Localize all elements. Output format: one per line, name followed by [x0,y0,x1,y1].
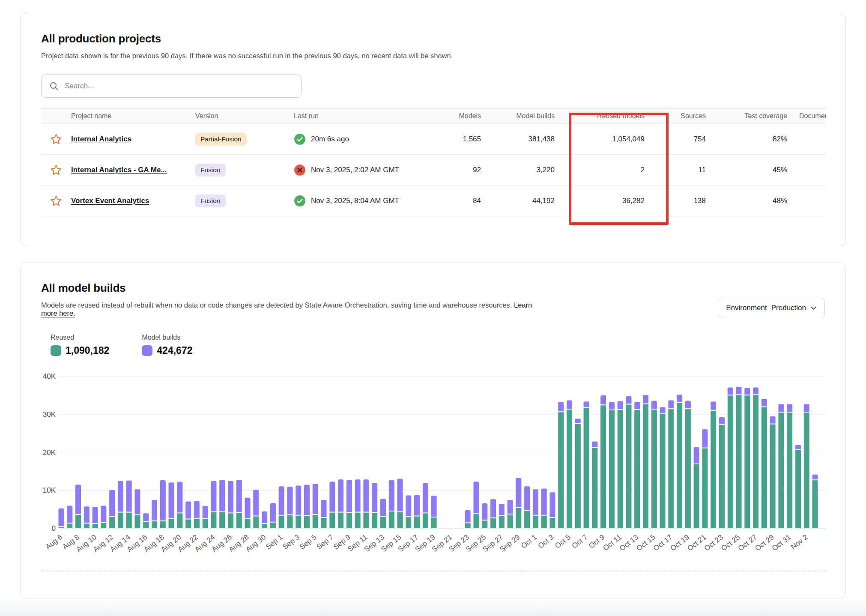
model-builds-bar-segment[interactable] [643,395,648,404]
reused-bar-segment[interactable] [660,414,666,528]
model-builds-bar-segment[interactable] [651,401,657,409]
model-builds-bar-segment[interactable] [711,401,716,410]
reused-bar-segment[interactable] [203,519,208,528]
reused-bar-segment[interactable] [618,410,623,528]
reused-bar-segment[interactable] [516,508,521,528]
reused-bar-segment[interactable] [279,516,284,528]
model-builds-bar-segment[interactable] [219,480,225,511]
reused-bar-segment[interactable] [685,409,691,528]
reused-bar-segment[interactable] [431,517,437,528]
model-builds-bar-segment[interactable] [770,416,776,424]
model-builds-bar-segment[interactable] [736,387,742,395]
reused-bar-segment[interactable] [702,449,708,528]
reused-bar-segment[interactable] [524,511,530,528]
model-builds-bar-segment[interactable] [473,482,479,514]
reused-bar-segment[interactable] [346,513,352,529]
model-builds-bar-segment[interactable] [685,401,691,408]
model-builds-bar-segment[interactable] [804,404,809,412]
model-builds-bar-segment[interactable] [211,481,216,511]
reused-bar-segment[interactable] [397,512,403,528]
model-builds-bar-segment[interactable] [355,479,361,511]
model-builds-bar-segment[interactable] [109,490,115,516]
reused-bar-segment[interactable] [423,513,428,528]
model-builds-bar-segment[interactable] [169,482,174,518]
model-builds-bar-segment[interactable] [313,484,318,514]
reused-bar-segment[interactable] [185,520,191,528]
model-builds-bar-segment[interactable] [253,490,259,515]
model-builds-bar-segment[interactable] [236,480,242,512]
reused-bar-segment[interactable] [609,410,615,528]
model-builds-bar-segment[interactable] [346,480,352,512]
reused-bar-segment[interactable] [169,519,174,528]
model-builds-bar-segment[interactable] [67,505,72,523]
model-builds-bar-segment[interactable] [728,387,733,395]
reused-bar-segment[interactable] [236,513,242,529]
reused-bar-segment[interactable] [761,407,767,528]
model-builds-bar-segment[interactable] [75,485,81,514]
model-builds-bar-segment[interactable] [549,492,555,517]
model-builds-bar-segment[interactable] [126,481,132,512]
reused-bar-segment[interactable] [270,523,276,528]
reused-bar-segment[interactable] [59,527,64,528]
reused-bar-segment[interactable] [558,412,564,528]
reused-bar-segment[interactable] [253,516,259,528]
model-builds-bar-segment[interactable] [118,481,123,512]
model-builds-bar-segment[interactable] [626,396,631,404]
reused-bar-segment[interactable] [143,522,149,528]
reused-bar-segment[interactable] [592,448,597,528]
reused-bar-segment[interactable] [287,515,293,528]
model-builds-bar-segment[interactable] [778,404,784,412]
model-builds-bar-segment[interactable] [634,402,640,409]
star-icon[interactable] [50,194,63,207]
model-builds-bar-segment[interactable] [406,495,411,516]
star-icon[interactable] [50,164,63,176]
reused-bar-segment[interactable] [75,515,81,528]
reused-bar-segment[interactable] [600,405,606,528]
reused-bar-segment[interactable] [67,523,72,528]
model-builds-bar-segment[interactable] [482,503,487,520]
model-builds-bar-segment[interactable] [185,502,191,519]
reused-bar-segment[interactable] [795,450,801,528]
model-builds-bar-segment[interactable] [203,506,208,518]
model-builds-bar-segment[interactable] [541,488,547,514]
model-builds-bar-segment[interactable] [338,479,343,511]
model-builds-bar-segment[interactable] [59,508,64,526]
reused-bar-segment[interactable] [304,516,310,528]
model-builds-bar-segment[interactable] [152,500,157,520]
reused-bar-segment[interactable] [338,513,343,528]
reused-bar-segment[interactable] [508,514,513,528]
model-builds-bar-segment[interactable] [101,505,106,522]
model-builds-bar-segment[interactable] [558,402,564,411]
model-builds-bar-segment[interactable] [719,417,725,424]
model-builds-bar-segment[interactable] [363,479,369,511]
reused-bar-segment[interactable] [84,523,90,528]
model-builds-bar-segment[interactable] [321,500,327,517]
reused-bar-segment[interactable] [177,513,182,528]
reused-bar-segment[interactable] [380,517,386,528]
environment-dropdown[interactable]: Environment Production [718,298,825,318]
model-builds-bar-segment[interactable] [744,388,750,395]
model-builds-bar-segment[interactable] [753,387,758,394]
model-builds-bar-segment[interactable] [296,485,301,514]
model-builds-bar-segment[interactable] [262,511,267,523]
reused-bar-segment[interactable] [473,514,479,528]
reused-bar-segment[interactable] [575,424,581,528]
reused-bar-segment[interactable] [584,408,589,528]
reused-bar-segment[interactable] [389,511,394,528]
reused-bar-segment[interactable] [719,425,725,528]
reused-bar-segment[interactable] [482,520,487,528]
model-builds-bar-segment[interactable] [372,483,377,512]
reused-bar-segment[interactable] [414,516,420,528]
reused-bar-segment[interactable] [541,516,547,528]
reused-bar-segment[interactable] [109,517,115,528]
model-builds-bar-segment[interactable] [465,510,471,522]
model-builds-bar-segment[interactable] [177,482,182,513]
model-builds-bar-segment[interactable] [304,485,310,515]
reused-bar-segment[interactable] [778,413,784,528]
model-builds-bar-segment[interactable] [584,401,589,407]
model-builds-bar-segment[interactable] [618,401,623,409]
project-name-link[interactable]: Vortex Event Analytics [71,197,149,205]
reused-bar-segment[interactable] [499,516,505,528]
reused-bar-segment[interactable] [753,395,758,528]
model-builds-bar-segment[interactable] [761,399,767,407]
